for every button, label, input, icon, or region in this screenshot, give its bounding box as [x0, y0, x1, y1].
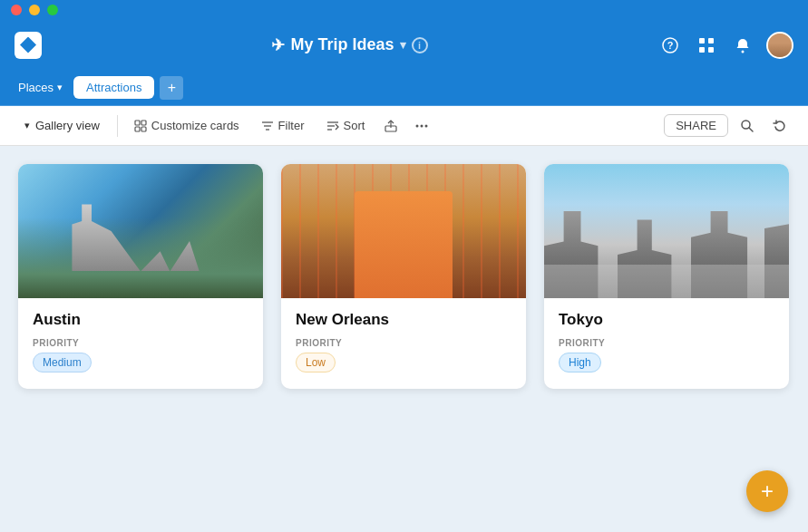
grid-icon[interactable] — [694, 33, 719, 58]
undo-icon — [773, 119, 787, 133]
share-button[interactable]: SHARE — [664, 114, 728, 137]
maximize-dot[interactable] — [47, 5, 58, 15]
svg-rect-9 — [135, 127, 140, 131]
close-dot[interactable] — [11, 5, 22, 15]
cards-icon — [134, 120, 147, 132]
priority-label-tokyo: PRIORITY — [559, 338, 774, 348]
export-icon — [384, 119, 398, 133]
sort-button[interactable]: Sort — [317, 114, 375, 137]
tokyo-image — [544, 164, 789, 298]
card-body-austin: Austin PRIORITY Medium — [18, 298, 263, 389]
header: ✈ My Trip Ideas ▾ i ? — [0, 20, 808, 70]
more-icon — [414, 119, 429, 133]
svg-point-21 — [425, 124, 428, 127]
new-orleans-image — [281, 164, 526, 298]
bell-icon[interactable] — [730, 33, 755, 58]
sort-label: Sort — [344, 119, 365, 132]
card-body-new-orleans: New Orleans PRIORITY Low — [281, 298, 526, 389]
svg-rect-3 — [708, 38, 714, 44]
gallery-view-button[interactable]: ▾ Gallery view — [15, 113, 110, 138]
chevron-down-icon: ▾ — [57, 82, 63, 93]
svg-rect-2 — [699, 38, 705, 44]
toolbar: ▾ Gallery view Customize cards Filter — [0, 106, 808, 146]
svg-point-19 — [416, 124, 419, 127]
svg-text:?: ? — [667, 40, 674, 51]
austin-image — [18, 164, 263, 298]
card-title-new-orleans: New Orleans — [296, 311, 511, 329]
tabbar: Places ▾ Attractions + — [0, 70, 808, 106]
tab-attractions[interactable]: Attractions — [73, 76, 154, 99]
add-fab-button[interactable]: + — [746, 470, 788, 512]
undo-button[interactable] — [766, 112, 793, 140]
avatar[interactable] — [766, 32, 793, 59]
header-right: ? — [657, 32, 793, 59]
card-austin: Austin PRIORITY Medium — [18, 164, 263, 389]
svg-rect-4 — [699, 47, 705, 53]
toolbar-divider — [117, 115, 118, 137]
svg-point-20 — [421, 124, 423, 127]
add-tab-button[interactable]: + — [160, 76, 183, 100]
sort-icon — [326, 120, 339, 132]
toolbar-right: SHARE — [664, 112, 793, 140]
svg-rect-5 — [708, 47, 714, 53]
svg-rect-8 — [141, 121, 146, 125]
header-center: ✈ My Trip Ideas ▾ i — [271, 35, 427, 55]
card-body-tokyo: Tokyo PRIORITY High — [544, 298, 789, 389]
toolbar-left: ▾ Gallery view Customize cards Filter — [15, 112, 660, 140]
trip-title[interactable]: My Trip Ideas — [290, 35, 394, 54]
tab-places-label: Places — [18, 81, 54, 94]
info-icon[interactable]: i — [412, 37, 428, 53]
filter-label: Filter — [278, 119, 305, 132]
svg-rect-7 — [135, 121, 140, 125]
svg-point-6 — [741, 50, 744, 53]
card-title-austin: Austin — [33, 311, 248, 329]
card-image-new-orleans — [281, 164, 526, 298]
svg-line-23 — [749, 128, 753, 131]
plane-icon: ✈ — [271, 35, 285, 55]
customize-cards-button[interactable]: Customize cards — [125, 114, 248, 137]
filter-button[interactable]: Filter — [252, 114, 314, 137]
content-area: Austin PRIORITY Medium New Orleans PRIOR… — [0, 146, 808, 407]
card-new-orleans: New Orleans PRIORITY Low — [281, 164, 526, 389]
minimize-dot[interactable] — [29, 5, 40, 15]
search-button[interactable] — [734, 112, 761, 140]
priority-badge-tokyo[interactable]: High — [559, 353, 601, 372]
tab-places[interactable]: Places ▾ — [11, 77, 70, 98]
priority-label-new-orleans: PRIORITY — [296, 338, 511, 348]
help-icon[interactable]: ? — [657, 33, 683, 58]
svg-rect-10 — [141, 127, 146, 131]
card-title-tokyo: Tokyo — [559, 311, 774, 329]
priority-label-austin: PRIORITY — [33, 338, 248, 348]
more-button[interactable] — [408, 112, 435, 140]
chevron-down-icon[interactable]: ▾ — [400, 38, 406, 52]
filter-icon — [261, 120, 274, 132]
priority-badge-austin[interactable]: Medium — [33, 353, 92, 372]
search-icon — [740, 119, 754, 133]
card-tokyo: Tokyo PRIORITY High — [544, 164, 789, 389]
dropdown-icon: ▾ — [24, 120, 30, 131]
titlebar — [0, 0, 808, 20]
export-button[interactable] — [377, 112, 404, 140]
priority-badge-new-orleans[interactable]: Low — [296, 353, 336, 372]
gallery-view-label: Gallery view — [35, 119, 100, 132]
header-left — [15, 32, 42, 59]
card-image-tokyo — [544, 164, 789, 298]
app-logo[interactable] — [15, 32, 42, 59]
customize-cards-label: Customize cards — [151, 119, 239, 132]
card-image-austin — [18, 164, 263, 298]
